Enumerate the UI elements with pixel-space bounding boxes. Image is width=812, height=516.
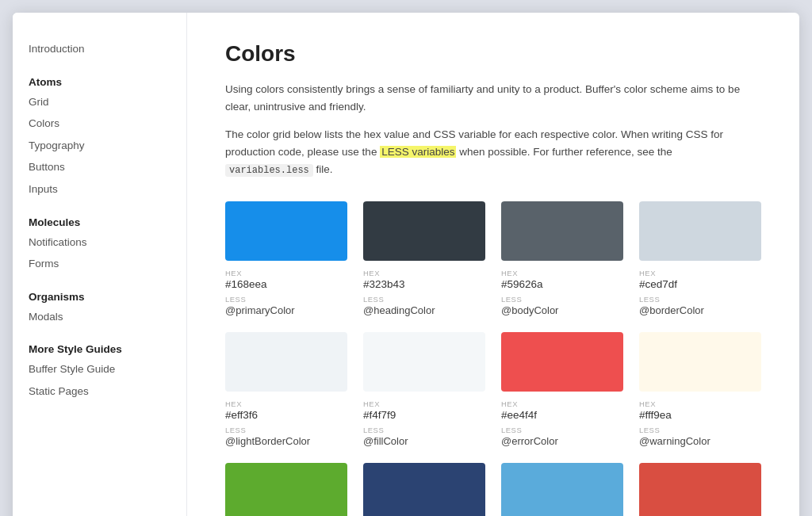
color-swatch-wrap: HEX#5aabdbLESS@lightBlue (501, 463, 623, 516)
less-label: LESS (639, 426, 761, 434)
hex-value: #ee4f4f (501, 409, 623, 421)
hex-label: HEX (639, 399, 761, 408)
color-swatch-wrap: HEX#ee4f4fLESS@errorColor (501, 332, 623, 447)
less-value: @warningColor (639, 435, 761, 447)
hex-label: HEX (225, 399, 347, 408)
hex-value: #eff3f6 (225, 409, 347, 421)
less-value: @bodyColor (501, 304, 623, 316)
hex-value: #168eea (225, 278, 347, 290)
sidebar: Introduction Atoms Grid Colors Typograph… (13, 13, 187, 516)
less-label: LESS (225, 295, 347, 304)
page-title: Colors (225, 41, 761, 67)
color-swatch-wrap: HEX#d94e41LESS@darkRed (639, 463, 761, 516)
color-swatch (225, 463, 347, 516)
hex-label: HEX (363, 269, 485, 277)
color-grid: HEX#168eeaLESS@primaryColorHEX#323b43LES… (225, 201, 761, 516)
color-swatch (501, 201, 623, 261)
hex-label: HEX (363, 399, 485, 408)
sidebar-section-molecules: Molecules (29, 216, 170, 228)
hex-value: #f4f7f9 (363, 409, 485, 421)
description-2: The color grid below lists the hex value… (225, 126, 761, 179)
sidebar-item-buffer-style-guide[interactable]: Buffer Style Guide (29, 358, 170, 380)
less-value: @headingColor (363, 304, 485, 316)
color-swatch-wrap: HEX#59626aLESS@bodyColor (501, 201, 623, 316)
color-swatch-wrap: HEX#f4f7f9LESS@fillColor (363, 332, 485, 447)
sidebar-item-colors[interactable]: Colors (29, 113, 170, 135)
less-label: LESS (363, 426, 485, 434)
hex-label: HEX (501, 269, 623, 277)
color-swatch-wrap: HEX#2b4372LESS@darkBlue (363, 463, 485, 516)
color-swatch (501, 463, 623, 516)
desc2-mid: when possible. For further reference, se… (456, 146, 672, 158)
color-swatch-wrap: HEX#ced7dfLESS@borderColor (639, 201, 761, 316)
less-value: @primaryColor (225, 304, 347, 316)
hex-label: HEX (639, 269, 761, 277)
sidebar-item-buttons[interactable]: Buttons (29, 156, 170, 178)
color-swatch (501, 332, 623, 392)
less-value: @lightBorderColor (225, 435, 347, 447)
color-swatch (363, 463, 485, 516)
color-swatch (225, 201, 347, 261)
hex-value: #323b43 (363, 278, 485, 290)
less-variables-highlight: LESS variables (380, 146, 456, 158)
hex-value: #fff9ea (639, 409, 761, 421)
description-1: Using colors consistently brings a sense… (225, 81, 761, 117)
sidebar-item-typography[interactable]: Typography (29, 135, 170, 157)
main-content: Colors Using colors consistently brings … (187, 13, 799, 516)
less-value: @borderColor (639, 304, 761, 316)
sidebar-section-atoms: Atoms (29, 76, 170, 88)
color-swatch-wrap: HEX#323b43LESS@headingColor (363, 201, 485, 316)
sidebar-item-static-pages[interactable]: Static Pages (29, 380, 170, 403)
less-label: LESS (363, 295, 485, 304)
color-swatch (363, 332, 485, 392)
less-label: LESS (225, 426, 347, 434)
color-swatch (639, 463, 761, 516)
less-value: @errorColor (501, 435, 623, 447)
hex-label: HEX (501, 399, 623, 408)
less-label: LESS (501, 295, 623, 304)
color-swatch-wrap: HEX#fff9eaLESS@warningColor (639, 332, 761, 447)
less-label: LESS (501, 426, 623, 434)
sidebar-item-inputs[interactable]: Inputs (29, 178, 170, 201)
variables-less-code: variables.less (225, 164, 313, 177)
sidebar-item-grid[interactable]: Grid (29, 91, 170, 113)
color-swatch (225, 332, 347, 392)
hex-value: #ced7df (639, 278, 761, 290)
sidebar-item-forms[interactable]: Forms (29, 253, 170, 275)
color-swatch-wrap: HEX#168eeaLESS@primaryColor (225, 201, 347, 316)
sidebar-section-more: More Style Guides (29, 343, 170, 355)
color-swatch (639, 201, 761, 261)
desc2-post: file. (313, 163, 333, 175)
color-swatch-wrap: HEX#5dab2eLESS@successColor (225, 463, 347, 516)
less-label: LESS (639, 295, 761, 304)
sidebar-item-introduction[interactable]: Introduction (29, 38, 170, 60)
color-swatch-wrap: HEX#eff3f6LESS@lightBorderColor (225, 332, 347, 447)
hex-label: HEX (225, 269, 347, 277)
sidebar-section-organisms: Organisms (29, 291, 170, 303)
sidebar-item-modals[interactable]: Modals (29, 306, 170, 328)
color-swatch (639, 332, 761, 392)
app-window: Introduction Atoms Grid Colors Typograph… (13, 13, 799, 516)
hex-value: #59626a (501, 278, 623, 290)
sidebar-item-notifications[interactable]: Notifications (29, 231, 170, 254)
less-value: @fillColor (363, 435, 485, 447)
color-swatch (363, 201, 485, 261)
